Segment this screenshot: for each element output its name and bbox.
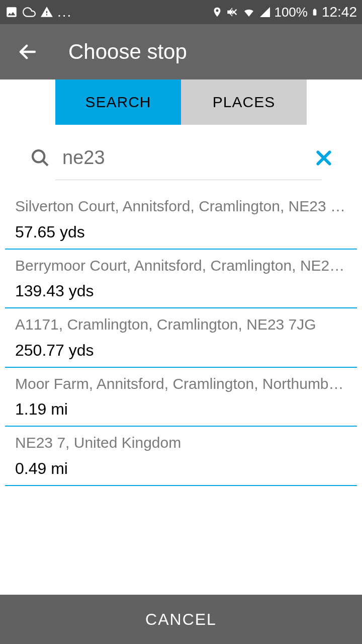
status-left: ... xyxy=(5,4,72,20)
search-row xyxy=(0,130,362,174)
search-input[interactable] xyxy=(50,145,305,171)
result-address: A1171, Cramlington, Cramlington, NE23 7J… xyxy=(15,314,347,335)
arrow-left-icon xyxy=(17,41,38,62)
result-distance: 250.77 yds xyxy=(15,341,347,360)
signal-icon xyxy=(259,6,271,18)
result-address: Silverton Court, Annitsford, Cramlington… xyxy=(15,196,347,217)
footer: CANCEL xyxy=(0,595,362,644)
result-distance: 1.19 mi xyxy=(15,400,347,419)
result-distance: 139.43 yds xyxy=(15,282,347,300)
list-item[interactable]: NE23 7, United Kingdom 0.49 mi xyxy=(5,427,357,486)
location-icon xyxy=(212,6,223,19)
status-bar: ... 100% 12:42 xyxy=(0,0,362,24)
list-item[interactable]: Silverton Court, Annitsford, Cramlington… xyxy=(5,190,357,250)
mute-icon xyxy=(226,6,239,19)
clear-button[interactable] xyxy=(305,148,343,168)
results-list: Silverton Court, Annitsford, Cramlington… xyxy=(0,190,362,486)
list-item[interactable]: Berrymoor Court, Annitsford, Cramlington… xyxy=(5,250,357,309)
cancel-button[interactable]: CANCEL xyxy=(145,610,217,629)
result-address: NE23 7, United Kingdom xyxy=(15,433,347,453)
tabs: SEARCH PLACES xyxy=(0,79,362,125)
image-icon xyxy=(5,6,18,19)
result-distance: 0.49 mi xyxy=(15,459,347,478)
battery-icon xyxy=(311,6,319,19)
app-bar: Choose stop xyxy=(0,24,362,79)
tab-places[interactable]: PLACES xyxy=(181,79,307,125)
result-distance: 57.65 yds xyxy=(15,223,347,242)
status-time: 12:42 xyxy=(322,4,357,20)
tab-search[interactable]: SEARCH xyxy=(55,79,181,125)
back-button[interactable] xyxy=(15,39,40,64)
cloud-icon xyxy=(22,6,36,19)
result-address: Berrymoor Court, Annitsford, Cramlington… xyxy=(15,256,347,276)
more-icon: ... xyxy=(57,4,72,20)
wifi-icon xyxy=(242,6,256,18)
result-address: Moor Farm, Annitsford, Cramlington, Nort… xyxy=(15,374,347,394)
svg-line-2 xyxy=(43,160,48,166)
warning-icon xyxy=(40,6,53,19)
search-icon xyxy=(30,148,50,168)
status-right: 100% 12:42 xyxy=(212,4,357,20)
list-item[interactable]: A1171, Cramlington, Cramlington, NE23 7J… xyxy=(5,308,357,368)
battery-pct: 100% xyxy=(274,5,308,20)
list-item[interactable]: Moor Farm, Annitsford, Cramlington, Nort… xyxy=(5,368,357,427)
close-icon xyxy=(314,148,334,168)
search-underline xyxy=(55,180,322,180)
svg-point-1 xyxy=(33,150,44,162)
page-title: Choose stop xyxy=(68,40,187,64)
